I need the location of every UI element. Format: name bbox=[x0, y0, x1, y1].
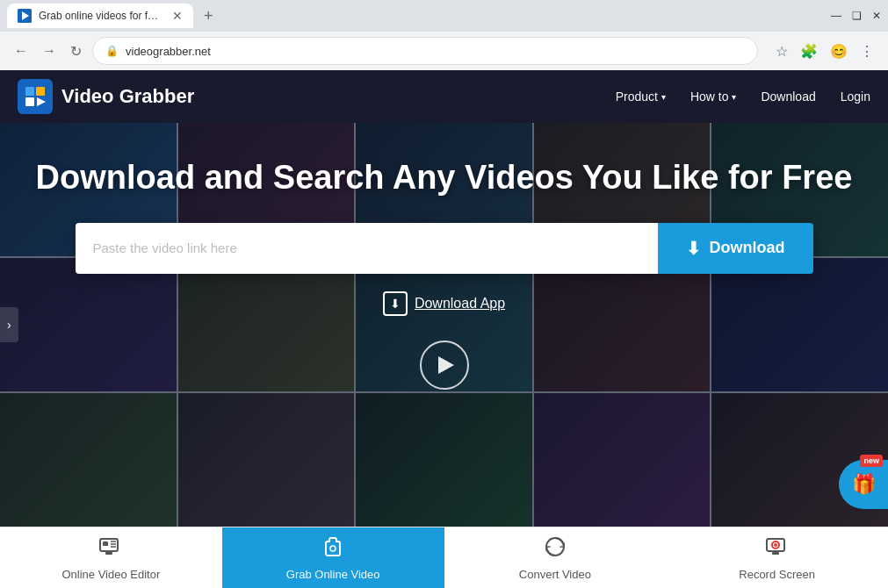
back-button[interactable]: ← bbox=[11, 39, 32, 62]
bottom-tabs: Online Video Editor Grab Online Video bbox=[0, 527, 888, 588]
download-icon: ⬇ bbox=[686, 238, 701, 259]
browser-chrome: Grab online videos for free from... ✕ + … bbox=[0, 0, 888, 70]
nav-howto[interactable]: How to ▾ bbox=[690, 90, 737, 104]
close-button[interactable]: ✕ bbox=[872, 10, 881, 22]
logo-text: Video Grabber bbox=[61, 85, 194, 108]
maximize-button[interactable]: ❑ bbox=[852, 10, 862, 22]
carousel-prev-button[interactable]: › bbox=[0, 307, 18, 342]
minimize-button[interactable]: — bbox=[831, 10, 841, 22]
download-button[interactable]: ⬇ Download bbox=[658, 223, 813, 274]
download-app-label: Download App bbox=[415, 296, 505, 312]
svg-rect-4 bbox=[36, 87, 45, 96]
tab-online-video-editor[interactable]: Online Video Editor bbox=[0, 527, 222, 588]
tab-close-button[interactable]: ✕ bbox=[172, 9, 183, 23]
tab-record-screen[interactable]: Record Screen bbox=[666, 527, 888, 588]
browser-tab[interactable]: Grab online videos for free from... ✕ bbox=[7, 4, 193, 28]
svg-point-18 bbox=[774, 543, 777, 547]
tab-convert-video[interactable]: Convert Video bbox=[444, 527, 667, 588]
website: Video Grabber Product ▾ How to ▾ Downloa… bbox=[0, 70, 888, 588]
nav-product[interactable]: Product ▾ bbox=[616, 90, 666, 104]
play-button[interactable] bbox=[420, 341, 469, 390]
chevron-down-icon: ▾ bbox=[732, 92, 736, 102]
address-bar: ← → ↻ 🔒 videograbber.net ☆ 🧩 😊 ⋮ bbox=[0, 32, 888, 70]
lock-icon: 🔒 bbox=[105, 45, 119, 57]
bookmark-button[interactable]: ☆ bbox=[772, 39, 791, 63]
svg-rect-8 bbox=[103, 541, 108, 546]
hero-title: Download and Search Any Videos You Like … bbox=[36, 158, 853, 198]
hero-content: Download and Search Any Videos You Like … bbox=[0, 123, 888, 390]
profile-button[interactable]: 😊 bbox=[827, 39, 851, 63]
download-app-icon: ⬇ bbox=[383, 291, 408, 316]
tab-label-record: Record Screen bbox=[739, 568, 815, 581]
convert-icon bbox=[543, 534, 567, 564]
new-badge: new bbox=[860, 455, 883, 467]
tab-title: Grab online videos for free from... bbox=[39, 10, 162, 22]
logo-icon bbox=[18, 79, 53, 114]
svg-point-14 bbox=[330, 546, 336, 551]
tab-favicon bbox=[18, 9, 32, 23]
grab-icon bbox=[321, 534, 345, 564]
gift-icon: 🎁 bbox=[852, 473, 876, 496]
url-text: videograbber.net bbox=[126, 45, 211, 58]
play-triangle-icon bbox=[438, 356, 454, 374]
video-url-input[interactable] bbox=[76, 223, 658, 274]
navbar: Video Grabber Product ▾ How to ▾ Downloa… bbox=[0, 70, 888, 123]
tab-label-video-editor: Online Video Editor bbox=[61, 568, 160, 581]
title-bar: Grab online videos for free from... ✕ + … bbox=[0, 0, 888, 32]
video-editor-icon bbox=[98, 534, 123, 564]
gift-badge[interactable]: 🎁 new bbox=[839, 460, 888, 509]
svg-rect-3 bbox=[25, 87, 34, 96]
logo[interactable]: Video Grabber bbox=[18, 79, 194, 114]
menu-button[interactable]: ⋮ bbox=[856, 39, 877, 63]
nav-links: Product ▾ How to ▾ Download Login bbox=[616, 90, 870, 104]
tab-grab-online-video[interactable]: Grab Online Video bbox=[222, 527, 444, 588]
tab-label-grab-online: Grab Online Video bbox=[286, 568, 380, 581]
tab-label-convert: Convert Video bbox=[519, 568, 591, 581]
svg-rect-5 bbox=[25, 97, 34, 106]
hero-section: › Download and Search Any Videos You Lik… bbox=[0, 123, 888, 527]
browser-actions: ☆ 🧩 😊 ⋮ bbox=[772, 39, 877, 63]
url-bar[interactable]: 🔒 videograbber.net bbox=[92, 37, 758, 65]
window-controls: — ❑ ✕ bbox=[831, 10, 881, 22]
nav-download[interactable]: Download bbox=[761, 90, 815, 104]
chevron-down-icon: ▾ bbox=[661, 92, 666, 102]
download-app-row[interactable]: ⬇ Download App bbox=[383, 291, 505, 316]
forward-button[interactable]: → bbox=[39, 39, 60, 62]
search-bar: ⬇ Download bbox=[76, 223, 813, 274]
record-icon bbox=[765, 534, 790, 564]
svg-rect-19 bbox=[772, 552, 779, 555]
nav-login[interactable]: Login bbox=[841, 90, 870, 104]
extensions-button[interactable]: 🧩 bbox=[797, 39, 821, 63]
refresh-button[interactable]: ↻ bbox=[67, 39, 85, 63]
svg-rect-12 bbox=[105, 552, 112, 555]
new-tab-button[interactable]: + bbox=[204, 7, 213, 25]
